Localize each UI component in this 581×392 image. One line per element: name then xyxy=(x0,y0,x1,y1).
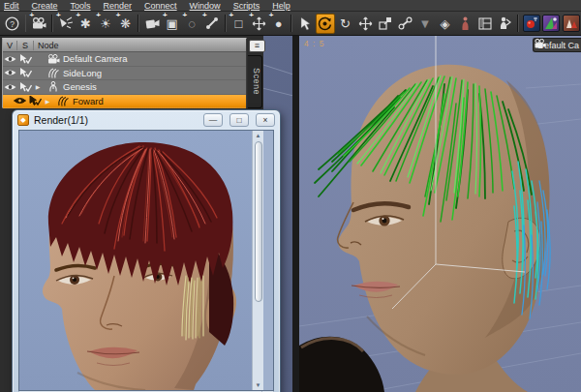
visibility-eye-icon[interactable] xyxy=(13,97,27,105)
toolbar-separator xyxy=(51,15,53,32)
new-linear-point-light-icon[interactable]: +❋ xyxy=(116,14,136,34)
new-translate-helper-icon[interactable]: + xyxy=(249,14,268,34)
shoulder-silhouette xyxy=(299,337,384,392)
rendered-image xyxy=(19,131,252,390)
menu-window[interactable]: Window xyxy=(190,1,221,11)
panel-options-menu-icon[interactable]: ≡ xyxy=(249,40,265,52)
selectable-cursor-icon[interactable] xyxy=(17,68,34,77)
figure-node-icon xyxy=(46,81,60,92)
render-window-title: Render(1/1) xyxy=(34,114,197,126)
viewport-camera-selector[interactable]: Default Ca xyxy=(533,38,581,52)
new-group-icon[interactable]: +□ xyxy=(229,14,249,34)
layout-icon[interactable] xyxy=(475,14,495,34)
toolbar-separator xyxy=(138,15,139,32)
render-library-icon[interactable] xyxy=(562,14,581,34)
hair-node-icon xyxy=(56,96,70,106)
help-icon[interactable]: ? xyxy=(3,14,22,34)
new-camera-icon[interactable]: + xyxy=(29,14,48,34)
toolbar-separator xyxy=(517,15,519,32)
surface-selection-tool-icon[interactable]: ◈ xyxy=(436,14,455,34)
node-label: Genesis xyxy=(63,81,97,92)
camera-node-icon xyxy=(46,54,60,64)
new-spotlight-icon[interactable]: + xyxy=(56,14,76,34)
toolbar-separator xyxy=(25,15,27,32)
new-null-icon[interactable]: +◌ xyxy=(183,14,202,34)
render-settings-icon[interactable] xyxy=(542,14,562,34)
more-tools-dropdown-icon[interactable]: ▼ xyxy=(415,14,435,34)
visibility-eye-icon[interactable] xyxy=(3,55,17,63)
render-window[interactable]: ◆ Render(1/1) — □ × xyxy=(12,109,281,392)
menu-create[interactable]: Create xyxy=(32,1,58,11)
orbit-rotate-tool-icon[interactable] xyxy=(316,14,335,34)
close-button[interactable]: × xyxy=(256,113,275,127)
maximize-button[interactable]: □ xyxy=(229,113,249,127)
menu-connect[interactable]: Connect xyxy=(144,1,177,11)
node-label: SideLong xyxy=(63,68,102,78)
node-label: Default Camera xyxy=(63,53,128,64)
expander[interactable]: ▶ xyxy=(44,98,51,105)
new-bone-icon[interactable]: + xyxy=(202,14,222,34)
column-visible[interactable]: V xyxy=(3,41,17,50)
scroll-down-arrow-icon[interactable]: ▼ xyxy=(254,380,263,390)
minimize-button[interactable]: — xyxy=(203,113,223,127)
render-window-content: ▲ ▼ xyxy=(18,130,274,391)
vertical-scrollbar-thumb[interactable] xyxy=(255,141,262,302)
selectable-cursor-icon[interactable] xyxy=(27,96,44,106)
toolbar-separator xyxy=(225,15,227,32)
render-button-icon[interactable] xyxy=(522,14,541,34)
scene-panel-header: V S Node xyxy=(3,39,246,52)
vertical-scrollbar[interactable]: ▲ ▼ xyxy=(252,131,263,390)
rotate-tool-icon[interactable]: ↻ xyxy=(336,14,355,34)
selectable-cursor-icon[interactable] xyxy=(17,82,34,92)
visibility-eye-icon[interactable] xyxy=(3,69,17,76)
new-point-light-icon[interactable]: +✱ xyxy=(76,14,96,34)
column-node[interactable]: Node xyxy=(34,41,59,50)
new-cube-icon[interactable]: +▣ xyxy=(163,14,182,34)
scene-row-foward[interactable]: ▶ Foward xyxy=(3,95,246,109)
menu-edit[interactable]: Edit xyxy=(4,1,19,11)
new-sphere-icon[interactable]: +● xyxy=(269,14,289,34)
expander-arrow-icon[interactable]: ▶ xyxy=(34,83,42,90)
render-window-titlebar[interactable]: ◆ Render(1/1) — □ × xyxy=(13,110,280,130)
menu-help[interactable]: Help xyxy=(272,1,290,11)
render-window-icon: ◆ xyxy=(17,114,29,126)
node-label: Foward xyxy=(73,96,104,106)
scene-row-default-camera[interactable]: ▶ Default Camera xyxy=(3,52,246,67)
pane-divider[interactable] xyxy=(292,36,299,392)
hair-node-icon xyxy=(46,68,60,78)
scale-tool-icon[interactable] xyxy=(376,14,395,34)
figure-icon[interactable] xyxy=(455,14,474,34)
menu-render[interactable]: Render xyxy=(104,1,133,11)
scene-navigator-icon[interactable] xyxy=(496,14,515,34)
translate-tool-icon[interactable] xyxy=(355,14,375,34)
node-selection-tool-icon[interactable] xyxy=(295,14,315,34)
viewport-scene-hair-guides xyxy=(299,36,581,392)
joint-editor-tool-icon[interactable] xyxy=(395,14,414,34)
selectable-cursor-icon[interactable] xyxy=(17,54,34,64)
menu-tools[interactable]: Tools xyxy=(71,1,91,11)
camera-viewer-icon[interactable] xyxy=(142,14,162,34)
scroll-up-arrow-icon[interactable]: ▲ xyxy=(254,131,263,140)
menu-scripts[interactable]: Scripts xyxy=(233,1,260,11)
aspect-ratio-label: 4 : 5 xyxy=(304,39,325,48)
scene-tab[interactable]: Scene xyxy=(248,55,262,108)
camera-icon xyxy=(534,39,546,48)
toolbar: ? + + +✱ +☀ +❋ +▣ +◌ + +□ + +● ↻ ▼ ◈ xyxy=(0,12,581,36)
toolbar-separator xyxy=(290,15,292,32)
viewport-3d[interactable]: 4 : 5 Default Ca xyxy=(299,36,581,392)
scene-panel: V S Node ▶ Default Camera ▶ SideLong ▶ xyxy=(2,38,247,108)
scene-row-sidelong[interactable]: ▶ SideLong xyxy=(3,67,246,81)
scene-row-genesis[interactable]: ▶ Genesis xyxy=(3,80,246,95)
new-distant-light-icon[interactable]: +☀ xyxy=(96,14,115,34)
svg-text:?: ? xyxy=(10,18,15,28)
column-selectable[interactable]: S xyxy=(17,41,34,50)
visibility-eye-icon[interactable] xyxy=(3,83,17,91)
menu-bar: Edit Create Tools Render Connect Window … xyxy=(0,0,581,12)
